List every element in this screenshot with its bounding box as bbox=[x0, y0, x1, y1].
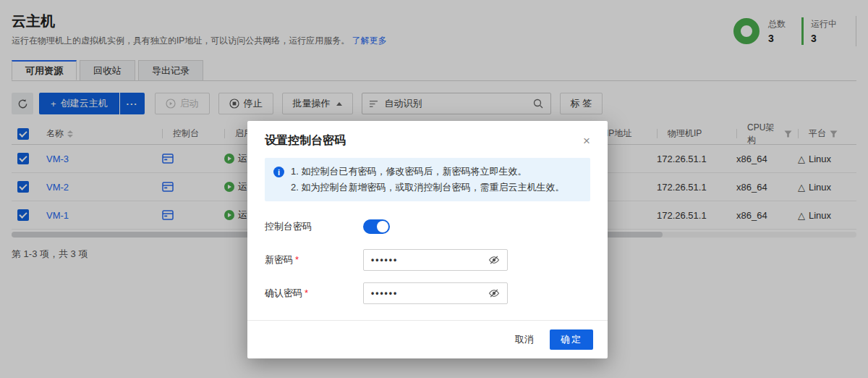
eye-off-icon[interactable] bbox=[488, 254, 500, 266]
info-note-1: 1. 如控制台已有密码，修改密码后，新密码将立即生效。 bbox=[291, 164, 564, 180]
confirm-password-field[interactable]: •••••• bbox=[363, 282, 508, 304]
info-icon: i bbox=[273, 167, 284, 177]
close-icon[interactable]: × bbox=[583, 135, 590, 147]
console-password-row: 控制台密码 bbox=[265, 216, 590, 238]
confirm-password-label: 确认密码* bbox=[265, 287, 363, 300]
info-note-2: 2. 如为控制台新增密码，或取消控制台密码，需重启云主机生效。 bbox=[291, 180, 564, 196]
required-mark: * bbox=[295, 254, 299, 265]
info-banner-text: 1. 如控制台已有密码，修改密码后，新密码将立即生效。 2. 如为控制台新增密码… bbox=[291, 164, 564, 196]
modal-form: 控制台密码 新密码* •••••• 确认密码* •••••• bbox=[247, 201, 608, 319]
new-password-value: •••••• bbox=[371, 255, 398, 265]
required-mark: * bbox=[305, 287, 308, 298]
confirm-button[interactable]: 确定 bbox=[550, 329, 593, 350]
console-password-label: 控制台密码 bbox=[265, 220, 363, 233]
set-console-password-modal: 设置控制台密码 × i 1. 如控制台已有密码，修改密码后，新密码将立即生效。 … bbox=[247, 121, 608, 358]
modal-title: 设置控制台密码 bbox=[265, 133, 346, 148]
confirm-password-row: 确认密码* •••••• bbox=[265, 282, 590, 304]
toggle-knob bbox=[377, 221, 388, 232]
modal-header: 设置控制台密码 × bbox=[247, 121, 608, 158]
new-password-field[interactable]: •••••• bbox=[363, 249, 508, 271]
eye-off-icon[interactable] bbox=[488, 287, 500, 299]
cancel-button[interactable]: 取消 bbox=[515, 333, 534, 346]
new-password-row: 新密码* •••••• bbox=[265, 249, 590, 271]
new-password-label: 新密码* bbox=[265, 253, 363, 266]
console-password-toggle[interactable] bbox=[363, 219, 390, 234]
info-banner: i 1. 如控制台已有密码，修改密码后，新密码将立即生效。 2. 如为控制台新增… bbox=[265, 158, 590, 201]
confirm-password-value: •••••• bbox=[371, 288, 398, 298]
modal-footer: 取消 确定 bbox=[247, 320, 608, 358]
